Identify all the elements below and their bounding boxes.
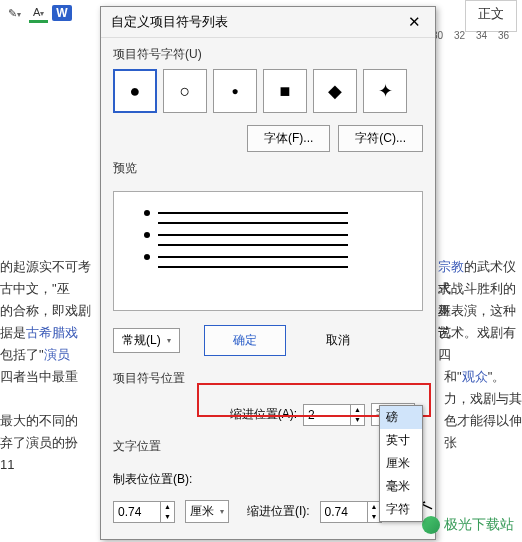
bullet-option-square[interactable]: ■	[263, 69, 307, 113]
unit-option[interactable]: 英寸	[380, 429, 422, 452]
dialog-title: 自定义项目符号列表	[111, 13, 228, 31]
spin-down-icon[interactable]: ▼	[161, 512, 174, 522]
logo-icon	[422, 516, 440, 534]
style-box[interactable]: 正文	[465, 0, 517, 32]
bg-line: 和"观众"。	[444, 366, 505, 388]
app-badge: W	[52, 5, 71, 21]
bullet-option-small-dot[interactable]: ●	[213, 69, 257, 113]
unit-option[interactable]: 毫米	[380, 475, 422, 498]
bullet-chars-label: 项目符号字符(U)	[113, 46, 423, 63]
unit-option[interactable]: 厘米	[380, 452, 422, 475]
tab-pos-spinner[interactable]: ▲▼	[113, 501, 175, 523]
tab-pos-label: 制表位位置(B):	[113, 471, 192, 488]
indent2-spinner[interactable]: ▲▼	[320, 501, 382, 523]
font-button[interactable]: 字体(F)...	[247, 125, 330, 152]
custom-bullet-dialog: 自定义项目符号列表 ✕ 项目符号字符(U) ● ○ ● ■ ◆ ✦ 字体(F).…	[100, 6, 436, 540]
tab-pos-input[interactable]	[114, 502, 160, 522]
bullet-option-clover[interactable]: ✦	[363, 69, 407, 113]
close-icon[interactable]: ✕	[404, 13, 425, 31]
spin-up-icon[interactable]: ▲	[161, 502, 174, 512]
text-pos-label: 文字位置	[113, 438, 423, 455]
bg-line: 据是古希腊戏	[0, 322, 78, 344]
bg-line: 力，戏剧与其	[444, 388, 522, 410]
bg-line: 弃了演员的扮	[0, 432, 78, 454]
bg-line: 色才能得以伸张	[444, 410, 522, 454]
indent2-label: 缩进位置(I):	[247, 503, 310, 520]
indent2-input[interactable]	[321, 502, 367, 522]
cancel-button[interactable]: 取消	[310, 328, 366, 353]
tab-unit-select[interactable]: 厘米▾	[185, 500, 229, 523]
bg-line: 包括了"演员	[0, 344, 70, 366]
bg-line: 的合称，即戏剧	[0, 300, 91, 322]
font-color-a-icon[interactable]: A▾	[29, 4, 48, 23]
unit-option[interactable]: 字符	[380, 498, 422, 521]
char-button[interactable]: 字符(C)...	[338, 125, 423, 152]
bullet-option-disc[interactable]: ●	[113, 69, 157, 113]
unit-option[interactable]: 磅	[380, 406, 422, 429]
unit-dropdown-menu: 磅 英寸 厘米 毫米 字符	[379, 405, 423, 522]
ruler: 30 32 34 36	[432, 30, 522, 50]
bg-line: 四者当中最重	[0, 366, 78, 388]
bg-line: 艺术。戏剧有四	[438, 322, 522, 366]
style-select[interactable]: 常规(L)▾	[113, 328, 180, 353]
bullet-option-circle[interactable]: ○	[163, 69, 207, 113]
pencil-icon[interactable]: ✎▾	[4, 5, 25, 22]
preview-label: 预览	[113, 160, 423, 177]
preview-area	[113, 191, 423, 311]
ok-button[interactable]: 确定	[204, 325, 286, 356]
watermark: 极光下载站	[422, 516, 514, 534]
bg-line: 11	[0, 454, 14, 476]
bg-line: 最大的不同的	[0, 410, 78, 432]
bg-line: 的起源实不可考	[0, 256, 91, 278]
bullet-option-diamond[interactable]: ◆	[313, 69, 357, 113]
bg-line: 古中文，"巫	[0, 278, 70, 300]
